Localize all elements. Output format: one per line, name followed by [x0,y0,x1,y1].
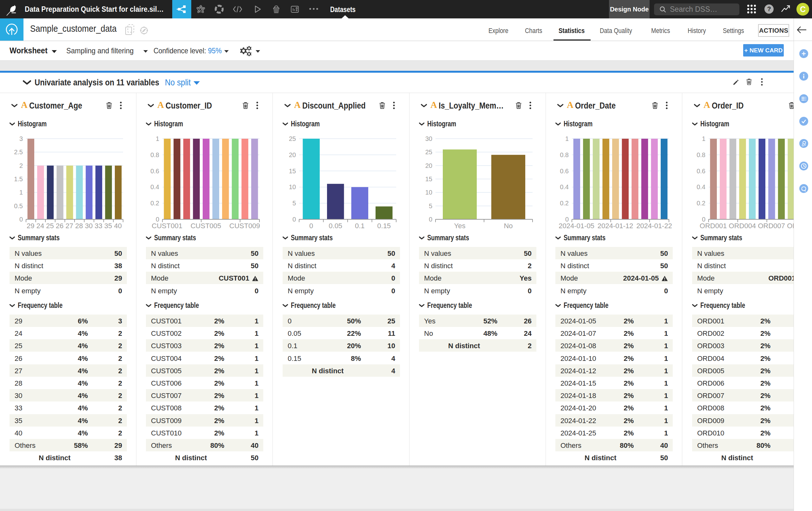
svg-text:0.6: 0.6 [697,168,705,174]
svg-text:1.5: 1.5 [14,176,23,183]
svg-text:0.2: 0.2 [697,199,705,207]
svg-text:1: 1 [702,135,705,142]
svg-text:2.5: 2.5 [14,149,23,156]
svg-text:1: 1 [156,135,159,142]
svg-text:10: 10 [289,184,296,190]
svg-text:25: 25 [46,222,54,230]
svg-text:0.15: 0.15 [377,222,391,230]
svg-text:0.4: 0.4 [697,184,705,190]
svg-text:0.8: 0.8 [560,152,569,158]
svg-text:0: 0 [309,222,313,230]
svg-text:0.05: 0.05 [328,222,342,230]
svg-text:0.6: 0.6 [150,168,159,174]
svg-text:ORD007: ORD007 [758,222,785,230]
svg-text:0.6: 0.6 [560,168,569,174]
svg-text:30: 30 [85,222,93,230]
svg-text:35: 35 [104,222,112,230]
svg-text:15: 15 [289,168,296,174]
svg-text:0.5: 0.5 [14,203,23,210]
svg-text:0.8: 0.8 [697,152,705,158]
svg-text:2024-01-12: 2024-01-12 [598,222,633,230]
svg-text:CUST001: CUST001 [152,222,182,230]
svg-text:29: 29 [27,222,34,230]
svg-text:2: 2 [19,162,23,169]
svg-text:0.2: 0.2 [150,199,159,207]
svg-text:ORD004: ORD004 [729,222,756,230]
svg-text:15: 15 [425,176,432,183]
svg-text:Yes: Yes [454,222,466,230]
svg-text:20: 20 [425,162,432,169]
svg-text:24: 24 [36,222,44,230]
svg-text:0: 0 [292,216,296,223]
svg-text:5: 5 [429,203,432,210]
svg-text:28: 28 [75,222,83,230]
svg-text:0.1: 0.1 [355,222,365,230]
svg-text:27: 27 [65,222,73,230]
svg-text:40: 40 [114,222,121,230]
svg-text:0: 0 [429,216,432,223]
svg-text:ORD010: ORD010 [787,222,793,230]
svg-text:25: 25 [289,135,296,142]
svg-text:2024-01-05: 2024-01-05 [558,222,594,230]
svg-text:3: 3 [19,135,23,142]
svg-text:ORD001: ORD001 [700,222,727,230]
svg-text:26: 26 [56,222,63,230]
svg-text:No: No [504,222,513,230]
svg-text:CUST009: CUST009 [229,222,260,230]
svg-text:20: 20 [289,152,296,158]
svg-text:2024-01-22: 2024-01-22 [636,222,672,230]
svg-text:33: 33 [94,222,102,230]
svg-text:1: 1 [565,135,569,142]
svg-text:1: 1 [19,189,23,196]
svg-text:5: 5 [292,199,296,207]
svg-text:0.4: 0.4 [560,184,569,190]
svg-text:25: 25 [425,149,432,156]
svg-text:0: 0 [19,216,23,223]
svg-text:0.8: 0.8 [150,152,159,158]
svg-text:0.4: 0.4 [150,184,159,190]
svg-text:10: 10 [425,189,432,196]
svg-text:CUST005: CUST005 [191,222,222,230]
svg-text:0.2: 0.2 [560,199,569,207]
svg-text:30: 30 [425,135,432,142]
